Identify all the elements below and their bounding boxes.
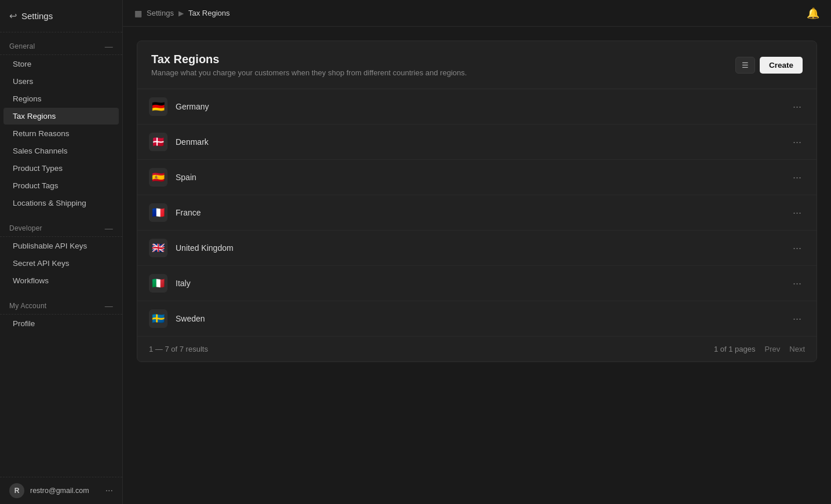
sidebar-item-workflows[interactable]: Workflows: [3, 272, 119, 289]
row-menu-button-2[interactable]: ···: [789, 170, 805, 185]
country-list: 🇩🇪Germany···🇩🇰Denmark···🇪🇸Spain···🇫🇷Fran…: [137, 89, 817, 336]
section-icon: ▦: [134, 9, 142, 18]
sidebar-item-tax-regions[interactable]: Tax Regions: [3, 108, 119, 125]
avatar-letter: R: [14, 487, 20, 495]
pagination: 1 — 7 of 7 results 1 of 1 pages Prev Nex…: [137, 336, 817, 361]
sidebar-header[interactable]: ↩ Settings: [0, 0, 122, 32]
sidebar-section-developer: Developer—Publishable API KeysSecret API…: [0, 214, 122, 292]
filter-icon: ☰: [742, 61, 749, 70]
flag-spain: 🇪🇸: [149, 168, 167, 187]
row-menu-button-0[interactable]: ···: [789, 100, 805, 114]
sidebar-section-header-developer: Developer—: [0, 221, 122, 237]
sidebar-item-return-reasons[interactable]: Return Reasons: [3, 125, 119, 142]
sidebar-item-product-tags[interactable]: Product Tags: [3, 177, 119, 194]
sidebar-section-label-my-account: My Account: [9, 302, 46, 310]
create-button[interactable]: Create: [760, 57, 803, 74]
topbar-right: 🔔: [807, 7, 819, 20]
sidebar-section-label-general: General: [9, 42, 35, 50]
table-row[interactable]: 🇬🇧United Kingdom···: [137, 231, 817, 266]
sidebar-item-locations-shipping[interactable]: Locations & Shipping: [3, 195, 119, 211]
topbar: ▦ Settings ▶ Tax Regions 🔔: [123, 0, 831, 27]
flag-denmark: 🇩🇰: [149, 133, 167, 151]
sidebar-item-secret-api-keys[interactable]: Secret API Keys: [3, 255, 119, 272]
flag-sweden: 🇸🇪: [149, 309, 167, 328]
card-title-group: Tax Regions Manage what you charge your …: [151, 53, 467, 77]
country-name-1: Denmark: [176, 137, 789, 147]
card-title: Tax Regions: [151, 53, 467, 66]
sidebar-item-profile[interactable]: Profile: [3, 315, 119, 332]
table-row[interactable]: 🇩🇰Denmark···: [137, 125, 817, 160]
sidebar-section-header-my-account: My Account—: [0, 299, 122, 315]
collapse-icon-my-account[interactable]: —: [105, 301, 113, 311]
row-menu-button-1[interactable]: ···: [789, 135, 805, 149]
filter-button[interactable]: ☰: [735, 57, 755, 74]
flag-germany: 🇩🇪: [149, 97, 167, 116]
sidebar-section-my-account: My Account—Profile: [0, 292, 122, 335]
card-subtitle: Manage what you charge your customers wh…: [151, 68, 467, 77]
sidebar-title: Settings: [21, 11, 53, 21]
card-actions: ☰ Create: [735, 57, 803, 74]
flag-united-kingdom: 🇬🇧: [149, 239, 167, 257]
table-row[interactable]: 🇮🇹Italy···: [137, 266, 817, 301]
tax-regions-card: Tax Regions Manage what you charge your …: [137, 41, 817, 362]
avatar: R: [9, 483, 24, 498]
country-name-3: France: [176, 208, 789, 217]
prev-button[interactable]: Prev: [765, 345, 781, 353]
row-menu-button-4[interactable]: ···: [789, 241, 805, 255]
row-menu-button-5[interactable]: ···: [789, 276, 805, 291]
sidebar-item-users[interactable]: Users: [3, 73, 119, 90]
sidebar-section-general: General—StoreUsersRegionsTax RegionsRetu…: [0, 32, 122, 214]
table-row[interactable]: 🇫🇷France···: [137, 195, 817, 231]
sidebar-item-sales-channels[interactable]: Sales Channels: [3, 143, 119, 159]
breadcrumb-parent[interactable]: Settings: [147, 9, 174, 17]
sidebar-item-product-types[interactable]: Product Types: [3, 160, 119, 177]
country-name-6: Sweden: [176, 314, 789, 323]
flag-italy: 🇮🇹: [149, 274, 167, 293]
country-name-2: Spain: [176, 173, 789, 182]
breadcrumb-separator: ▶: [178, 9, 184, 17]
sidebar-section-label-developer: Developer: [9, 224, 42, 232]
row-menu-button-3[interactable]: ···: [789, 206, 805, 220]
pagination-right: 1 of 1 pages Prev Next: [714, 345, 805, 353]
sidebar-item-store[interactable]: Store: [3, 56, 119, 72]
sidebar-footer: R restro@gmail.com ···: [0, 477, 122, 504]
notification-bell-icon[interactable]: 🔔: [807, 8, 819, 19]
country-name-4: United Kingdom: [176, 243, 789, 253]
sidebar: ↩ Settings General—StoreUsersRegionsTax …: [0, 0, 123, 504]
user-menu-button[interactable]: ···: [105, 485, 113, 496]
country-name-0: Germany: [176, 102, 789, 111]
collapse-icon-general[interactable]: —: [105, 42, 113, 51]
sidebar-item-publishable-api-keys[interactable]: Publishable API Keys: [3, 238, 119, 254]
table-row[interactable]: 🇸🇪Sweden···: [137, 301, 817, 336]
back-icon[interactable]: ↩: [9, 10, 17, 21]
table-row[interactable]: 🇩🇪Germany···: [137, 89, 817, 125]
next-button[interactable]: Next: [789, 345, 805, 353]
breadcrumb-current: Tax Regions: [188, 9, 230, 17]
row-menu-button-6[interactable]: ···: [789, 312, 805, 326]
pagination-info: 1 — 7 of 7 results: [149, 345, 208, 353]
user-email: restro@gmail.com: [30, 487, 100, 495]
sidebar-section-header-general: General—: [0, 39, 122, 55]
flag-france: 🇫🇷: [149, 203, 167, 222]
card-header: Tax Regions Manage what you charge your …: [137, 41, 817, 89]
collapse-icon-developer[interactable]: —: [105, 224, 113, 233]
main-content: ▦ Settings ▶ Tax Regions 🔔 Tax Regions M…: [123, 0, 831, 504]
table-row[interactable]: 🇪🇸Spain···: [137, 160, 817, 195]
country-name-5: Italy: [176, 279, 789, 288]
pagination-pages: 1 of 1 pages: [714, 345, 756, 353]
sidebar-item-regions[interactable]: Regions: [3, 90, 119, 107]
content-area: Tax Regions Manage what you charge your …: [123, 27, 831, 504]
